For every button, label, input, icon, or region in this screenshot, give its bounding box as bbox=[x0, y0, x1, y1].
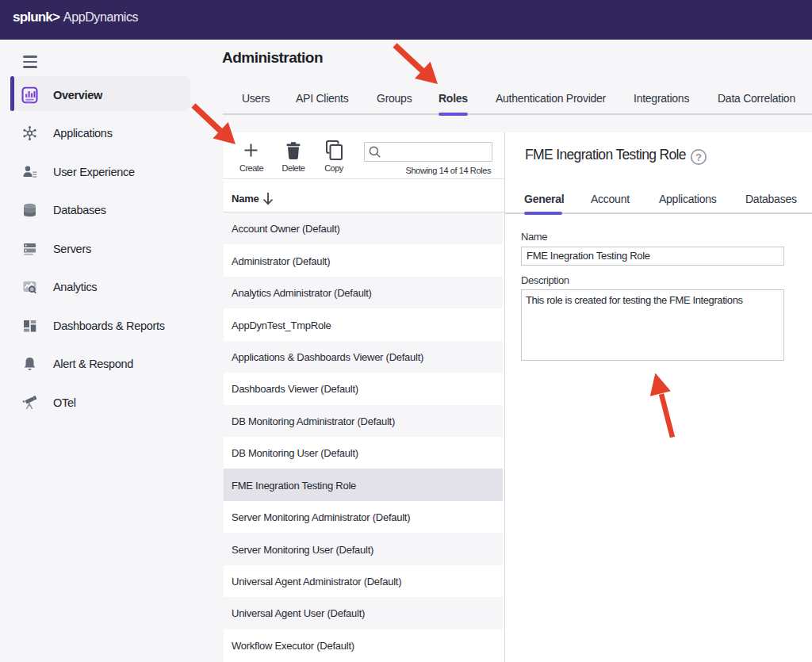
svg-text:?: ? bbox=[695, 151, 702, 163]
